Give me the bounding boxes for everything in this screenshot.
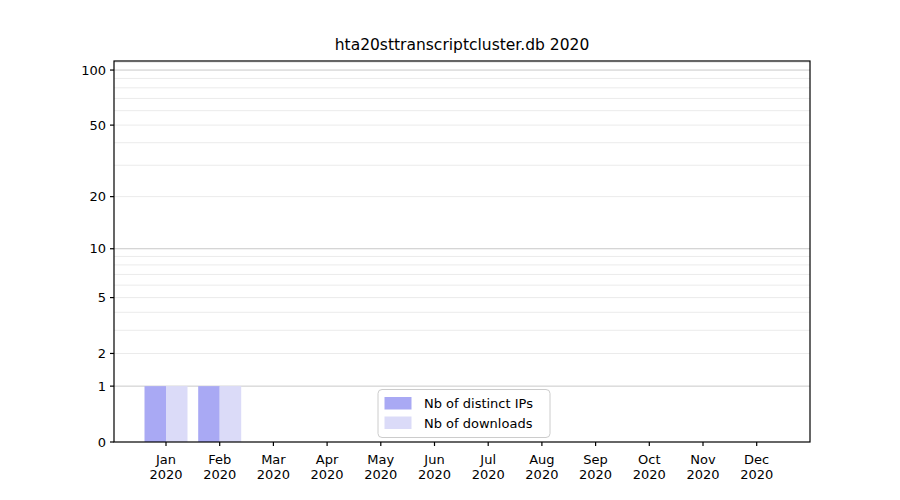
- x-tick-label-month: Nov: [690, 452, 716, 467]
- legend-box: Nb of distinct IPsNb of downloads: [378, 390, 550, 438]
- y-tick-label: 100: [81, 63, 106, 78]
- x-tick-label-month: Jul: [479, 452, 496, 467]
- x-tick-label-month: May: [367, 452, 394, 467]
- y-tick-label: 5: [98, 290, 106, 305]
- bar-downloads-feb: [220, 386, 242, 442]
- x-tick-label-year: 2020: [472, 467, 505, 482]
- x-tick-label-year: 2020: [149, 467, 182, 482]
- x-tick-label-year: 2020: [257, 467, 290, 482]
- x-tick-label-year: 2020: [525, 467, 558, 482]
- y-tick-label: 2: [98, 346, 106, 361]
- y-tick-label: 10: [89, 241, 106, 256]
- x-tick-label-month: Aug: [529, 452, 554, 467]
- bar-distinct-ips-feb: [198, 386, 220, 442]
- x-tick-label-year: 2020: [740, 467, 773, 482]
- y-tick-label: 20: [89, 189, 106, 204]
- y-tick-label: 50: [89, 118, 106, 133]
- bar-downloads-jan: [166, 386, 188, 442]
- grid-layer: [114, 62, 810, 386]
- y-tick-label: 0: [98, 435, 106, 450]
- x-tick-labels: Jan2020Feb2020Mar2020Apr2020May2020Jun20…: [149, 452, 773, 482]
- x-tick-label-year: 2020: [633, 467, 666, 482]
- figure-canvas: Jan2020Feb2020Mar2020Apr2020May2020Jun20…: [0, 0, 900, 500]
- x-tick-label-month: Jun: [423, 452, 444, 467]
- x-tick-label-year: 2020: [364, 467, 397, 482]
- bars-layer: [145, 386, 242, 442]
- x-tick-label-year: 2020: [579, 467, 612, 482]
- chart-title: hta20sttranscriptcluster.db 2020: [335, 36, 590, 54]
- bar-chart: Jan2020Feb2020Mar2020Apr2020May2020Jun20…: [0, 0, 900, 500]
- legend-label: Nb of downloads: [424, 416, 533, 431]
- y-tick-labels: 0125102050100: [81, 63, 106, 450]
- x-tick-label-month: Dec: [744, 452, 769, 467]
- x-tick-label-month: Sep: [583, 452, 608, 467]
- x-tick-label-month: Oct: [638, 452, 660, 467]
- bar-distinct-ips-jan: [145, 386, 167, 442]
- x-tick-label-year: 2020: [418, 467, 451, 482]
- legend-label: Nb of distinct IPs: [424, 396, 533, 411]
- x-tick-label-month: Feb: [208, 452, 231, 467]
- x-tick-label-month: Jan: [155, 452, 176, 467]
- x-tick-label-year: 2020: [203, 467, 236, 482]
- x-tick-label-month: Mar: [261, 452, 286, 467]
- x-tick-label-month: Apr: [316, 452, 339, 467]
- legend-swatch: [385, 417, 412, 430]
- plot-frame: [114, 61, 810, 442]
- x-tick-label-year: 2020: [686, 467, 719, 482]
- x-tick-label-year: 2020: [311, 467, 344, 482]
- y-tick-label: 1: [98, 379, 106, 394]
- legend-swatch: [385, 397, 412, 410]
